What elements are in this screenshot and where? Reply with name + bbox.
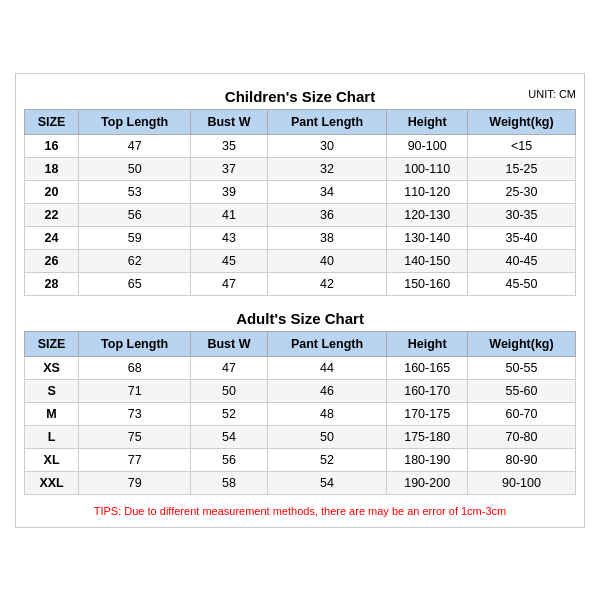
table-row: 22564136120-13030-35: [25, 203, 576, 226]
table-cell: 140-150: [387, 249, 468, 272]
table-cell: 50: [191, 379, 268, 402]
table-cell: 22: [25, 203, 79, 226]
table-row: S715046160-17055-60: [25, 379, 576, 402]
table-cell: 46: [267, 379, 387, 402]
table-cell: 30: [267, 134, 387, 157]
children-title-text: Children's Size Chart: [225, 88, 375, 105]
table-cell: 34: [267, 180, 387, 203]
table-cell: 54: [191, 425, 268, 448]
table-cell: 44: [267, 356, 387, 379]
table-cell: 40: [267, 249, 387, 272]
table-cell: 47: [191, 272, 268, 295]
table-cell: 25-30: [468, 180, 576, 203]
table-cell: 53: [79, 180, 191, 203]
table-cell: 58: [191, 471, 268, 494]
table-cell: 20: [25, 180, 79, 203]
children-header-weight: Weight(kg): [468, 109, 576, 134]
table-cell: 80-90: [468, 448, 576, 471]
tips-text: TIPS: Due to different measurement metho…: [24, 501, 576, 519]
adult-header-top-length: Top Length: [79, 331, 191, 356]
table-cell: 130-140: [387, 226, 468, 249]
table-cell: 37: [191, 157, 268, 180]
table-row: 24594338130-14035-40: [25, 226, 576, 249]
table-cell: 73: [79, 402, 191, 425]
table-cell: 120-130: [387, 203, 468, 226]
table-cell: 160-165: [387, 356, 468, 379]
table-cell: 45-50: [468, 272, 576, 295]
table-cell: 90-100: [387, 134, 468, 157]
table-cell: 54: [267, 471, 387, 494]
children-chart-title: Children's Size Chart UNIT: CM: [24, 82, 576, 109]
table-cell: 68: [79, 356, 191, 379]
table-row: 28654742150-16045-50: [25, 272, 576, 295]
table-cell: 56: [79, 203, 191, 226]
table-row: 20533934110-12025-30: [25, 180, 576, 203]
table-cell: XS: [25, 356, 79, 379]
table-cell: 30-35: [468, 203, 576, 226]
table-row: 26624540140-15040-45: [25, 249, 576, 272]
children-header-size: SIZE: [25, 109, 79, 134]
table-cell: 190-200: [387, 471, 468, 494]
children-header-top-length: Top Length: [79, 109, 191, 134]
table-cell: 150-160: [387, 272, 468, 295]
table-cell: 16: [25, 134, 79, 157]
table-cell: 41: [191, 203, 268, 226]
table-cell: 38: [267, 226, 387, 249]
table-cell: 180-190: [387, 448, 468, 471]
adult-header-size: SIZE: [25, 331, 79, 356]
table-cell: 47: [191, 356, 268, 379]
table-cell: 100-110: [387, 157, 468, 180]
table-cell: S: [25, 379, 79, 402]
table-cell: 62: [79, 249, 191, 272]
table-cell: XL: [25, 448, 79, 471]
table-row: 18503732100-11015-25: [25, 157, 576, 180]
table-cell: 50: [267, 425, 387, 448]
table-cell: M: [25, 402, 79, 425]
table-row: 1647353090-100<15: [25, 134, 576, 157]
adult-header-weight: Weight(kg): [468, 331, 576, 356]
children-header-row: SIZE Top Length Bust W Pant Length Heigh…: [25, 109, 576, 134]
table-cell: 52: [191, 402, 268, 425]
table-cell: 36: [267, 203, 387, 226]
children-header-height: Height: [387, 109, 468, 134]
table-cell: 71: [79, 379, 191, 402]
table-cell: L: [25, 425, 79, 448]
table-cell: 170-175: [387, 402, 468, 425]
children-size-table: SIZE Top Length Bust W Pant Length Heigh…: [24, 109, 576, 296]
table-cell: 35: [191, 134, 268, 157]
table-cell: 79: [79, 471, 191, 494]
table-cell: 50: [79, 157, 191, 180]
adult-size-table: SIZE Top Length Bust W Pant Length Heigh…: [24, 331, 576, 495]
table-cell: XXL: [25, 471, 79, 494]
adult-header-bust-w: Bust W: [191, 331, 268, 356]
table-cell: 59: [79, 226, 191, 249]
size-chart-container: Children's Size Chart UNIT: CM SIZE Top …: [15, 73, 585, 528]
table-cell: 50-55: [468, 356, 576, 379]
table-cell: 47: [79, 134, 191, 157]
table-row: XXL795854190-20090-100: [25, 471, 576, 494]
table-cell: 35-40: [468, 226, 576, 249]
adult-header-pant-length: Pant Length: [267, 331, 387, 356]
table-row: M735248170-17560-70: [25, 402, 576, 425]
adult-chart-title: Adult's Size Chart: [24, 302, 576, 331]
table-cell: 56: [191, 448, 268, 471]
unit-label: UNIT: CM: [528, 88, 576, 100]
table-cell: 175-180: [387, 425, 468, 448]
table-cell: 24: [25, 226, 79, 249]
table-row: XS684744160-16550-55: [25, 356, 576, 379]
table-cell: <15: [468, 134, 576, 157]
table-cell: 65: [79, 272, 191, 295]
adult-header-row: SIZE Top Length Bust W Pant Length Heigh…: [25, 331, 576, 356]
children-header-pant-length: Pant Length: [267, 109, 387, 134]
table-cell: 28: [25, 272, 79, 295]
table-cell: 60-70: [468, 402, 576, 425]
table-cell: 39: [191, 180, 268, 203]
table-cell: 77: [79, 448, 191, 471]
table-cell: 32: [267, 157, 387, 180]
table-cell: 55-60: [468, 379, 576, 402]
table-cell: 75: [79, 425, 191, 448]
table-cell: 110-120: [387, 180, 468, 203]
table-cell: 42: [267, 272, 387, 295]
table-cell: 45: [191, 249, 268, 272]
table-row: XL775652180-19080-90: [25, 448, 576, 471]
